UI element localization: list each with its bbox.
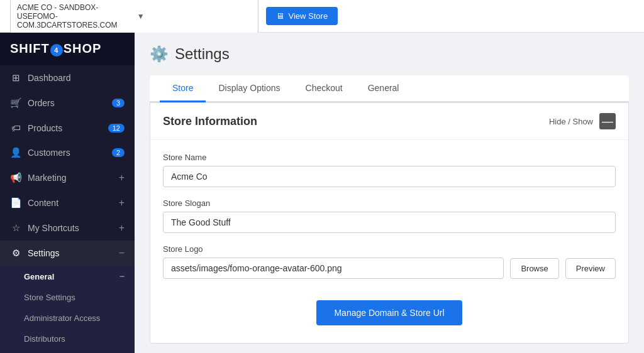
card-body: Store Name Store Slogan Store Logo Brows… (150, 140, 628, 343)
logo-row: Browse Preview (163, 258, 616, 279)
sidebar-item-marketing[interactable]: 📢 Marketing + (0, 165, 135, 190)
store-selector-text: ACME CO - SANDBOX-USEFOMO-COM.3DCARTSTOR… (17, 3, 132, 30)
submenu-administrator-access[interactable]: Administrator Access (0, 308, 135, 329)
sidebar-item-my-shortcuts[interactable]: ☆ My Shortcuts + (0, 215, 135, 241)
sidebar-item-customers[interactable]: 👤 Customers 2 (0, 140, 135, 165)
app-layout: SHIFT4SHOP ⊞ Dashboard 🛒 Orders 3 🏷 Prod… (0, 33, 644, 353)
view-store-button[interactable]: 🖥 View Store (266, 7, 338, 25)
card-header: Store Information Hide / Show — (150, 103, 628, 140)
chevron-down-icon: ▼ (137, 12, 252, 21)
page-gear-icon: ⚙️ (150, 45, 169, 63)
marketing-icon: 📢 (10, 172, 21, 183)
settings-tabs: Store Display Options Checkout General (150, 75, 629, 102)
products-badge: 12 (108, 124, 125, 133)
card-title: Store Information (163, 115, 257, 128)
submenu-manufacturers[interactable]: Manufacturers (0, 349, 135, 353)
store-name-group: Store Name (163, 153, 616, 187)
sidebar-item-dashboard[interactable]: ⊞ Dashboard (0, 65, 135, 90)
logo-badge: 4 (50, 44, 63, 57)
page-header: ⚙️ Settings (150, 45, 629, 63)
orders-icon: 🛒 (10, 97, 21, 109)
submenu-general[interactable]: General − (0, 266, 135, 287)
general-collapse-icon: − (119, 271, 125, 281)
store-slogan-group: Store Slogan (163, 198, 616, 233)
store-selector[interactable]: ACME CO - SANDBOX-USEFOMO-COM.3DCARTSTOR… (10, 0, 258, 34)
store-logo-group: Store Logo Browse Preview (163, 244, 616, 279)
sidebar-item-orders[interactable]: 🛒 Orders 3 (0, 90, 135, 116)
tab-display-options[interactable]: Display Options (206, 75, 292, 102)
submenu-store-settings[interactable]: Store Settings (0, 287, 135, 308)
logo: SHIFT4SHOP (10, 41, 101, 57)
monitor-icon: 🖥 (276, 11, 284, 21)
store-name-input[interactable] (163, 166, 616, 187)
marketing-expand-icon: + (119, 172, 125, 183)
customers-badge: 2 (112, 148, 125, 157)
manage-domain-button[interactable]: Manage Domain & Store Url (316, 300, 462, 325)
preview-button[interactable]: Preview (565, 258, 616, 279)
sidebar-item-products[interactable]: 🏷 Products 12 (0, 116, 135, 140)
orders-badge: 3 (112, 99, 125, 107)
products-icon: 🏷 (10, 122, 21, 133)
main-content: ⚙️ Settings Store Display Options Checko… (135, 33, 644, 353)
logo-area: SHIFT4SHOP (0, 33, 135, 65)
tab-checkout[interactable]: Checkout (293, 75, 355, 102)
store-logo-input[interactable] (163, 258, 504, 279)
hide-show-area: Hide / Show — (549, 113, 616, 129)
hide-show-label: Hide / Show (549, 117, 593, 126)
sidebar-item-content[interactable]: 📄 Content + (0, 190, 135, 215)
store-logo-label: Store Logo (163, 244, 616, 254)
manage-btn-area: Manage Domain & Store Url (163, 290, 616, 330)
sidebar-item-settings[interactable]: ⚙ Settings − (0, 241, 135, 266)
browse-button[interactable]: Browse (510, 258, 558, 279)
settings-icon: ⚙ (10, 247, 21, 259)
content-expand-icon: + (119, 197, 125, 209)
customers-icon: 👤 (10, 147, 21, 158)
shortcuts-icon: ☆ (10, 222, 21, 234)
store-slogan-label: Store Slogan (163, 198, 616, 208)
tab-general[interactable]: General (355, 75, 412, 102)
sidebar: SHIFT4SHOP ⊞ Dashboard 🛒 Orders 3 🏷 Prod… (0, 33, 135, 353)
shortcuts-expand-icon: + (119, 222, 125, 234)
content-icon: 📄 (10, 197, 21, 209)
top-bar: ACME CO - SANDBOX-USEFOMO-COM.3DCARTSTOR… (0, 0, 644, 33)
submenu-distributors[interactable]: Distributors (0, 329, 135, 349)
tab-store[interactable]: Store (160, 75, 206, 102)
store-info-card: Store Information Hide / Show — Store Na… (150, 102, 629, 344)
settings-collapse-icon: − (119, 247, 125, 259)
dashboard-icon: ⊞ (10, 72, 21, 84)
collapse-button[interactable]: — (599, 113, 616, 129)
store-slogan-input[interactable] (163, 212, 616, 233)
store-name-label: Store Name (163, 153, 616, 162)
page-title: Settings (175, 45, 230, 63)
settings-submenu: General − Store Settings Administrator A… (0, 266, 135, 353)
